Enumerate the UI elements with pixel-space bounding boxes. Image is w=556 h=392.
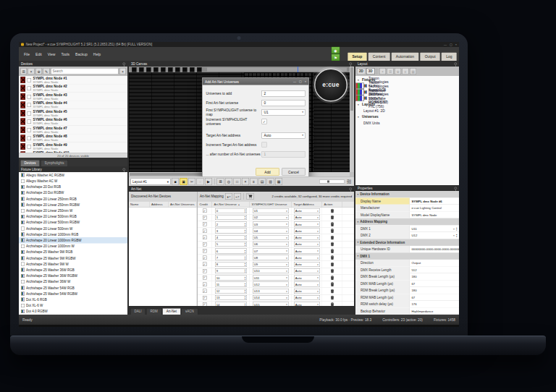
main-tab[interactable]: Content xyxy=(368,53,390,61)
device-list-item[interactable]: SYMPL dmx Node #2 SYMPL dmx Node xyxy=(19,85,127,93)
field-control[interactable]: ✓ ▾ xyxy=(262,119,267,124)
sympholight-universe-select[interactable]: U14▾ xyxy=(253,295,289,300)
universe-stepper[interactable]: 9▲▼ xyxy=(215,268,247,273)
delete-row-icon[interactable] xyxy=(330,262,334,266)
fixture-list-item[interactable]: Archishape 20 Linear 500mm W xyxy=(19,226,127,231)
credit-checkbox[interactable]: ✓ xyxy=(203,216,207,220)
live-toggle-button[interactable]: ⚑ xyxy=(331,54,340,61)
universe-stepper[interactable]: 6▲▼ xyxy=(215,248,247,253)
menu-item[interactable]: Edit xyxy=(33,52,45,56)
tree-item[interactable]: ▾ Traxon Technologies MediaTube HO RGB 6… xyxy=(355,95,364,102)
device-list-item[interactable]: SYMPL dmx Node #9 SYMPL dmx Node xyxy=(19,142,127,151)
device-list-item[interactable]: SYMPL dmx Node #3 SYMPL dmx Node xyxy=(19,93,127,101)
property-value[interactable]: 180 xyxy=(410,289,459,292)
pin-icon[interactable] xyxy=(123,62,126,65)
credit-checkbox[interactable]: ✓ xyxy=(203,282,207,286)
sympholight-universe-select[interactable]: U8▾ xyxy=(253,255,289,260)
tree-item[interactable]: ▾ Universes xyxy=(355,114,459,120)
clear-icon[interactable]: × xyxy=(453,227,455,231)
target-address-select[interactable]: Auto▾ xyxy=(294,289,320,294)
value-controls[interactable]: × ▲▼ xyxy=(453,226,459,231)
devices-tab[interactable]: Devices xyxy=(20,160,40,166)
field-control[interactable]: U1 ▾ xyxy=(262,109,306,116)
delete-row-icon[interactable] xyxy=(330,289,334,293)
property-value[interactable]: 176 xyxy=(410,302,459,306)
device-list-item[interactable]: SYMPL dmx Node #4 SYMPL dmx Node xyxy=(19,101,127,110)
fixture-list-item[interactable]: Archishape 20 Linear 1000mm RGBW xyxy=(19,237,127,243)
canvas-tool-button[interactable]: □ xyxy=(234,178,241,185)
canvas-tool-button[interactable]: ✂ xyxy=(188,178,195,185)
layout-tool-button[interactable]: ≡ xyxy=(403,68,409,74)
target-address-select[interactable]: Auto▾ xyxy=(294,229,320,234)
property-row[interactable]: ▾ Address Mapping × ▲▼ xyxy=(355,218,459,226)
spin-down-icon[interactable]: ▼ xyxy=(244,231,245,233)
credit-checkbox[interactable]: ✓ xyxy=(203,276,207,280)
search-input[interactable] xyxy=(51,68,119,74)
delete-row-icon[interactable] xyxy=(330,242,334,247)
pin-icon[interactable] xyxy=(455,62,458,65)
main-tab[interactable]: Automation xyxy=(391,53,418,61)
delete-row-icon[interactable] xyxy=(330,222,334,226)
fixture-list-item[interactable]: Allegro Washer AC W xyxy=(19,178,127,184)
spin-down-icon[interactable]: ▼ xyxy=(244,304,245,306)
fixture-list-item[interactable]: Archishape 25 Washer 36W RGBW xyxy=(19,273,127,278)
device-checkbox[interactable] xyxy=(28,86,32,90)
target-address-select[interactable]: Auto▾ xyxy=(294,282,320,287)
target-address-select[interactable]: Auto▾ xyxy=(294,295,320,300)
fixture-list-item[interactable]: Archishape 25 Washer 9W W xyxy=(19,261,127,267)
buy-credits-button[interactable] xyxy=(246,193,253,200)
universe-stepper[interactable]: 1▲▼ xyxy=(215,215,247,220)
fixture-square[interactable] xyxy=(132,67,137,72)
devices-tool-button[interactable]: ✎ xyxy=(43,68,50,74)
layout-tool-button[interactable]: × xyxy=(379,68,386,74)
target-address-select[interactable]: Auto▾ xyxy=(294,248,320,253)
credit-checkbox[interactable]: ✓ xyxy=(203,289,207,294)
fixture-square[interactable] xyxy=(197,67,202,72)
layout-tool-button[interactable]: ⊞ xyxy=(387,68,394,74)
canvas-tool-button[interactable]: × xyxy=(242,178,249,185)
universe-stepper[interactable]: 0▲▼ xyxy=(215,208,247,213)
column-target-address[interactable]: Target Address xyxy=(292,202,322,208)
property-value[interactable]: 180 xyxy=(410,275,459,278)
property-value[interactable]: e:cue Lighting Control xyxy=(410,206,459,210)
fixture-square[interactable] xyxy=(175,67,180,72)
property-row[interactable]: ▾ DMX 2 U12 × ▲▼ xyxy=(355,232,459,239)
canvas-tool-button[interactable]: ▶ xyxy=(205,178,212,185)
canvas-tool-button[interactable]: ▣ xyxy=(180,178,188,185)
fixture-list-item[interactable]: Archishape 25 Washer 54W RGBW xyxy=(19,291,127,297)
property-row[interactable]: ▾ RDM Break Length (µs) 180 × ▲▼ xyxy=(355,287,459,294)
device-list-item[interactable]: SYMPL dmx Node #1 SYMPL dmx Node xyxy=(19,76,127,85)
delete-row-icon[interactable] xyxy=(330,282,334,286)
device-checkbox[interactable] xyxy=(28,145,32,149)
spin-down-icon[interactable]: ▼ xyxy=(244,284,245,286)
spin-down-icon[interactable]: ▼ xyxy=(244,218,245,220)
close-icon[interactable]: × xyxy=(455,43,457,46)
spin-down-icon[interactable]: ▼ xyxy=(244,224,245,226)
remove-universe-button[interactable]: −▾ xyxy=(234,193,241,200)
column-credit[interactable]: Credit xyxy=(198,202,212,208)
view-mode-button[interactable]: 2D xyxy=(357,68,366,74)
menu-item[interactable]: View xyxy=(45,52,59,56)
menu-item[interactable]: Tools xyxy=(58,52,72,56)
target-address-select[interactable]: Auto▾ xyxy=(294,275,320,280)
pin-icon[interactable] xyxy=(455,187,458,189)
canvas-tool-button[interactable]: ▦ xyxy=(275,178,282,185)
credit-checkbox[interactable]: ✓ xyxy=(203,222,207,226)
sympholight-universe-select[interactable]: U7▾ xyxy=(253,248,289,253)
fixture-square[interactable] xyxy=(168,67,173,72)
devices-tool-button[interactable]: ⊕ xyxy=(35,68,42,74)
fixture-square[interactable] xyxy=(182,67,188,72)
protocol-tab[interactable]: Art-Net xyxy=(162,308,180,315)
dialog-minimize-icon[interactable]: — xyxy=(293,80,296,83)
clear-icon[interactable]: × xyxy=(453,234,455,237)
delete-row-icon[interactable] xyxy=(330,235,334,239)
property-row[interactable]: ▾ Model DisplayName SYMPL dmx Node × ▲▼ xyxy=(355,212,459,219)
field-control[interactable]: 2 ▾ xyxy=(262,90,306,97)
property-row[interactable]: ▾ DMX MAB Length (µs) 67 × ▲▼ xyxy=(355,281,459,288)
property-row[interactable]: ▾ Device Information × ▲▼ xyxy=(355,191,459,198)
device-checkbox[interactable] xyxy=(28,111,32,116)
fixture-list-item[interactable]: Archishape 25 Washer 9W RGBW xyxy=(19,255,127,261)
spin-down-icon[interactable]: ▼ xyxy=(456,236,458,238)
canvas-tool-button[interactable]: ■ xyxy=(172,178,179,185)
protocol-tab[interactable]: sACN xyxy=(182,308,198,315)
